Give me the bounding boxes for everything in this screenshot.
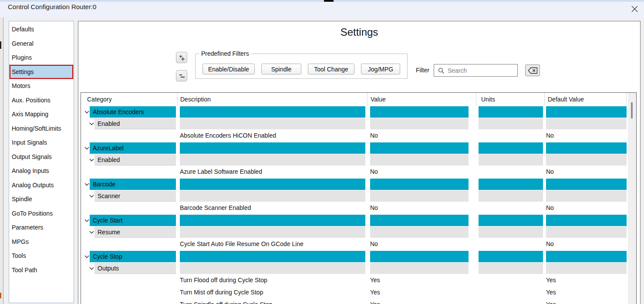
filter-button-tool-change[interactable]: Tool Change xyxy=(308,64,354,74)
dialog-titlebar: Control Configuration Router:0 xyxy=(0,2,644,17)
expand-toggle[interactable] xyxy=(89,267,94,270)
filter-button-jog-mpg[interactable]: Jog/MPG xyxy=(361,64,400,74)
setting-row[interactable]: Turn Spindle off during Cycle StopYesYes xyxy=(81,298,636,304)
setting-description: Azure Label Software Enabled xyxy=(178,168,368,175)
setting-value[interactable]: No xyxy=(368,204,476,211)
setting-row[interactable]: Absolute Encoders HiCON EnabledNoNo xyxy=(81,129,636,142)
setting-default: No xyxy=(545,132,627,139)
setting-value[interactable]: No xyxy=(368,168,476,175)
setting-default: Yes xyxy=(545,301,627,304)
filter-button-spindle[interactable]: Spindle xyxy=(261,64,301,74)
category-row[interactable]: Cycle Start xyxy=(81,215,636,226)
scrollbar-thumb[interactable] xyxy=(631,102,633,118)
clear-filter-button[interactable] xyxy=(525,64,540,76)
parent-window-mark-orange xyxy=(0,293,1,298)
subcategory-row[interactable]: Outputs xyxy=(81,263,636,274)
setting-value[interactable]: Yes xyxy=(368,301,476,304)
expand-toggle[interactable] xyxy=(89,122,94,125)
subcategory-label: Scanner xyxy=(94,190,176,202)
chevron-down-icon xyxy=(84,183,89,186)
filter-button-enable-disable[interactable]: Enable/Disable xyxy=(202,64,255,74)
column-header-units[interactable]: Units xyxy=(476,93,545,106)
expand-toggle[interactable] xyxy=(84,147,89,150)
category-row[interactable]: Cycle Stop xyxy=(81,251,636,262)
setting-default: Yes xyxy=(545,277,627,284)
sidebar-item-analog-outputs[interactable]: Analog Outputs xyxy=(10,178,73,193)
setting-default: Yes xyxy=(545,289,627,296)
subcategory-row[interactable]: Enabled xyxy=(81,118,636,129)
subcategory-label: Enabled xyxy=(94,154,176,166)
chevron-down-icon xyxy=(84,219,89,222)
close-icon xyxy=(631,6,638,12)
expand-toggle[interactable] xyxy=(84,255,89,258)
backspace-icon xyxy=(528,67,538,74)
column-header-category[interactable]: Category xyxy=(81,93,178,106)
expand-toggle[interactable] xyxy=(89,195,94,198)
sidebar-item-parameters[interactable]: Parameters xyxy=(10,220,73,235)
column-header-value[interactable]: Value xyxy=(368,93,476,106)
subcategory-row[interactable]: Enabled xyxy=(81,154,636,166)
table-header: CategoryDescriptionValueUnitsDefault Val… xyxy=(81,93,636,106)
sidebar-item-settings[interactable]: Settings xyxy=(10,65,73,79)
sidebar-item-mpgs[interactable]: MPGs xyxy=(10,235,73,249)
settings-group-barcode: BarcodeScannerBarcode Scanner EnabledNoN… xyxy=(81,179,636,214)
sidebar-nav: DefaultsGeneralPluginsSettingsMotorsAux.… xyxy=(9,21,74,303)
sidebar-item-tools[interactable]: Tools xyxy=(10,249,73,263)
expand-toggle[interactable] xyxy=(84,111,89,114)
sidebar-item-spindle[interactable]: Spindle xyxy=(10,192,73,206)
sidebar-item-axis-mapping[interactable]: Axis Mapping xyxy=(10,107,73,122)
category-row[interactable]: Barcode xyxy=(81,179,636,190)
setting-row[interactable]: Turn Mist off during Cycle StopYesYes xyxy=(81,286,636,298)
table-body: Absolute EncodersEnabledAbsolute Encoder… xyxy=(81,106,636,304)
setting-value[interactable]: Yes xyxy=(368,277,476,284)
expand-toggle[interactable] xyxy=(84,183,89,186)
setting-row[interactable]: Azure Label Software EnabledNoNo xyxy=(81,166,636,178)
parent-window-left-edge xyxy=(0,17,3,304)
search-input[interactable] xyxy=(448,65,516,76)
expand-toggle[interactable] xyxy=(89,159,94,162)
settings-group-absolute-encoders: Absolute EncodersEnabledAbsolute Encoder… xyxy=(81,106,636,142)
setting-row[interactable]: Cycle Start Auto File Resume On GCode Li… xyxy=(81,238,636,250)
sidebar-item-plugins[interactable]: Plugins xyxy=(10,51,73,65)
category-label: Barcode xyxy=(90,179,176,190)
setting-value[interactable]: Yes xyxy=(368,289,476,296)
sidebar-item-defaults[interactable]: Defaults xyxy=(10,22,73,37)
category-label: Cycle Start xyxy=(90,215,176,226)
expand-all-button[interactable] xyxy=(176,52,187,63)
collapse-all-button[interactable] xyxy=(176,70,187,81)
sidebar-item-output-signals[interactable]: Output Signals xyxy=(10,150,73,164)
sidebar-item-tool-path[interactable]: Tool Path xyxy=(10,263,73,277)
search-icon xyxy=(438,67,445,74)
category-row[interactable]: Absolute Encoders xyxy=(81,106,636,118)
setting-description: Turn Spindle off during Cycle Stop xyxy=(178,301,368,304)
sidebar-item-analog-inputs[interactable]: Analog Inputs xyxy=(10,164,73,178)
window-title: Control Configuration Router:0 xyxy=(8,2,96,12)
sidebar-item-general[interactable]: General xyxy=(10,37,73,51)
subcategory-row[interactable]: Resume xyxy=(81,226,636,238)
expand-all-icon xyxy=(179,54,185,61)
subcategory-row[interactable]: Scanner xyxy=(81,190,636,202)
expand-toggle[interactable] xyxy=(84,219,89,222)
category-row[interactable]: AzureLabel xyxy=(81,142,636,154)
sidebar-item-input-signals[interactable]: Input Signals xyxy=(10,135,73,150)
sidebar-item-homing-softlimits[interactable]: Homing/SoftLimits xyxy=(10,122,73,136)
sidebar-item-motors[interactable]: Motors xyxy=(10,79,73,93)
setting-row[interactable]: Turn Flood off during Cycle StopYesYes xyxy=(81,274,636,286)
setting-value[interactable]: No xyxy=(368,132,476,139)
sidebar-item-goto-positions[interactable]: GoTo Positions xyxy=(10,206,73,221)
close-button[interactable] xyxy=(630,4,639,13)
setting-row[interactable]: Barcode Scanner EnabledNoNo xyxy=(81,202,636,214)
setting-value[interactable]: No xyxy=(368,240,476,247)
column-header-description[interactable]: Description xyxy=(178,93,368,106)
setting-default: No xyxy=(545,240,627,247)
chevron-down-icon xyxy=(84,147,89,150)
setting-description: Barcode Scanner Enabled xyxy=(178,204,368,211)
sidebar-item-aux-positions[interactable]: Aux. Positions xyxy=(10,93,73,108)
setting-default: No xyxy=(545,204,627,211)
column-header-default-value[interactable]: Default Value xyxy=(545,93,627,106)
vertical-scrollbar[interactable] xyxy=(628,93,636,304)
settings-group-cycle-start: Cycle StartResumeCycle Start Auto File R… xyxy=(81,215,636,250)
expand-toggle[interactable] xyxy=(89,231,94,234)
collapse-all-icon xyxy=(179,73,185,79)
predefined-filters-group: Predefined Filters Enable/DisableSpindle… xyxy=(195,54,408,79)
